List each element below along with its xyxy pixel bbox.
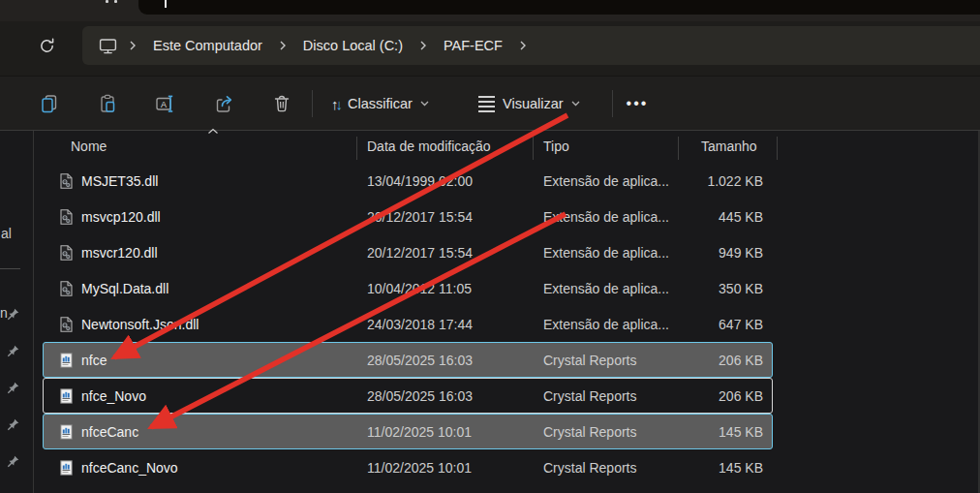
file-row[interactable]: MSJET35.dll13/04/1999 02:00Extensão de a… xyxy=(43,163,773,199)
this-pc-icon[interactable] xyxy=(95,38,123,54)
rename-button[interactable]: A xyxy=(146,89,185,118)
file-row[interactable]: Newtonsoft.Json.dll24/03/2018 17:44Exten… xyxy=(43,306,773,342)
column-divider[interactable] xyxy=(356,137,357,160)
file-name: nfceCanc_Novo xyxy=(81,460,178,476)
dll-file-icon xyxy=(58,208,75,225)
file-size: 949 KB xyxy=(719,245,763,261)
pin-icon xyxy=(6,308,19,324)
file-modified: 10/04/2012 11:05 xyxy=(367,281,472,296)
column-header-name[interactable]: Nome xyxy=(71,139,107,154)
sidebar-pinned-item[interactable] xyxy=(6,418,29,438)
toolbar-separator xyxy=(312,90,313,117)
sidebar-item-partial[interactable]: al xyxy=(1,226,12,241)
breadcrumb-chevron-icon[interactable] xyxy=(273,41,292,50)
tab-icon-fragment xyxy=(114,0,117,3)
view-menu-label: Visualizar xyxy=(503,96,564,111)
chevron-down-icon xyxy=(571,101,580,107)
file-type: Extensão de aplica... xyxy=(543,281,669,296)
paste-icon xyxy=(98,94,117,113)
file-name: MySql.Data.dll xyxy=(81,281,168,296)
file-name: msvcp120.dll xyxy=(81,209,161,225)
file-modified: 28/05/2025 16:03 xyxy=(367,388,473,404)
file-name: Newtonsoft.Json.dll xyxy=(81,317,199,332)
file-modified: 20/12/2017 15:54 xyxy=(367,209,473,225)
share-button[interactable] xyxy=(204,89,243,118)
sidebar-pinned-item[interactable] xyxy=(6,455,29,475)
file-list: Nome Data de modificação Tipo Tamanho MS… xyxy=(35,131,980,493)
breadcrumb-chevron-icon[interactable] xyxy=(413,41,433,50)
file-type: Extensão de aplica... xyxy=(543,209,669,225)
dll-file-icon xyxy=(58,244,75,261)
file-explorer-window: Este Computador Disco Local (C:) PAF-ECF xyxy=(0,0,980,493)
breadcrumb-item-paf-ecf[interactable]: PAF-ECF xyxy=(433,32,513,59)
file-modified: 20/12/2017 15:54 xyxy=(367,245,473,261)
share-icon xyxy=(214,94,234,113)
file-row[interactable]: msvcp120.dll20/12/2017 15:54Extensão de … xyxy=(43,199,773,234)
file-size: 145 KB xyxy=(719,424,763,440)
rename-icon: A xyxy=(155,94,176,113)
sidebar-pinned-item[interactable] xyxy=(6,345,29,364)
file-type: Extensão de aplica... xyxy=(543,173,669,189)
file-row[interactable]: nfceCanc11/02/2025 10:01Crystal Reports1… xyxy=(43,414,773,449)
active-tab[interactable] xyxy=(138,0,980,15)
svg-text:A: A xyxy=(161,100,167,109)
sidebar-separator xyxy=(0,268,20,269)
crystal-report-file-icon xyxy=(58,459,75,476)
file-size: 1.022 KB xyxy=(707,173,763,189)
breadcrumb-chevron-icon[interactable] xyxy=(123,41,142,50)
crystal-report-file-icon xyxy=(58,352,75,368)
copy-icon xyxy=(40,94,59,113)
file-type: Extensão de aplica... xyxy=(543,245,669,261)
dll-file-icon xyxy=(58,280,75,296)
file-row[interactable]: MySql.Data.dll10/04/2012 11:05Extensão d… xyxy=(43,270,773,306)
file-type: Extensão de aplica... xyxy=(543,317,669,332)
column-header-type[interactable]: Tipo xyxy=(543,139,569,154)
file-row[interactable]: nfceCanc_Novo11/02/2025 10:01Crystal Rep… xyxy=(43,449,773,485)
crystal-report-file-icon xyxy=(58,387,75,404)
file-type: Crystal Reports xyxy=(543,460,636,476)
delete-button[interactable] xyxy=(262,89,301,118)
file-size: 145 KB xyxy=(719,460,763,476)
file-size: 445 KB xyxy=(719,209,763,225)
more-options-icon: ••• xyxy=(627,95,649,112)
sort-menu-button[interactable]: ↑↓ Classificar xyxy=(323,89,437,118)
chevron-down-icon xyxy=(420,101,429,107)
paste-button[interactable] xyxy=(88,89,127,118)
column-header-size[interactable]: Tamanho xyxy=(701,139,757,154)
tab-bar xyxy=(0,0,980,21)
tab-icon-fragment xyxy=(106,0,108,3)
breadcrumb-item-this-pc[interactable]: Este Computador xyxy=(142,32,273,59)
file-size: 206 KB xyxy=(719,353,763,368)
file-name: nfceCanc xyxy=(81,424,138,440)
dll-file-icon xyxy=(58,172,75,189)
file-name: MSJET35.dll xyxy=(81,173,158,189)
file-row[interactable]: msvcr120.dll20/12/2017 15:54Extensão de … xyxy=(43,234,773,270)
file-name: nfce_Novo xyxy=(81,388,146,404)
breadcrumb-chevron-icon[interactable] xyxy=(513,41,533,50)
copy-button[interactable] xyxy=(30,89,69,118)
address-band: Este Computador Disco Local (C:) PAF-ECF xyxy=(0,21,980,76)
file-modified: 11/02/2025 10:01 xyxy=(367,460,472,476)
column-divider[interactable] xyxy=(533,137,534,160)
file-type: Crystal Reports xyxy=(543,353,636,368)
crystal-report-file-icon xyxy=(58,423,75,440)
file-modified: 13/04/1999 02:00 xyxy=(367,173,473,189)
pin-icon xyxy=(6,382,19,398)
file-size: 647 KB xyxy=(719,317,763,332)
more-options-button[interactable]: ••• xyxy=(618,89,657,118)
refresh-button[interactable] xyxy=(33,32,60,59)
file-row[interactable]: nfce_Novo28/05/2025 16:03Crystal Reports… xyxy=(43,378,773,414)
toolbar-separator xyxy=(612,90,613,117)
file-row[interactable]: nfce28/05/2025 16:03Crystal Reports206 K… xyxy=(43,342,773,378)
column-divider[interactable] xyxy=(678,137,679,160)
sort-menu-label: Classificar xyxy=(348,96,413,111)
column-divider[interactable] xyxy=(777,137,778,160)
sidebar-pinned-item[interactable] xyxy=(6,308,29,327)
column-header-modified[interactable]: Data de modificação xyxy=(367,139,491,154)
file-size: 206 KB xyxy=(719,388,763,404)
sidebar-pinned-item[interactable] xyxy=(6,382,29,401)
view-menu-button[interactable]: Visualizar xyxy=(471,89,588,118)
pin-icon xyxy=(6,418,19,435)
file-modified: 28/05/2025 16:03 xyxy=(367,353,473,368)
breadcrumb-item-local-disk-c[interactable]: Disco Local (C:) xyxy=(292,32,413,59)
